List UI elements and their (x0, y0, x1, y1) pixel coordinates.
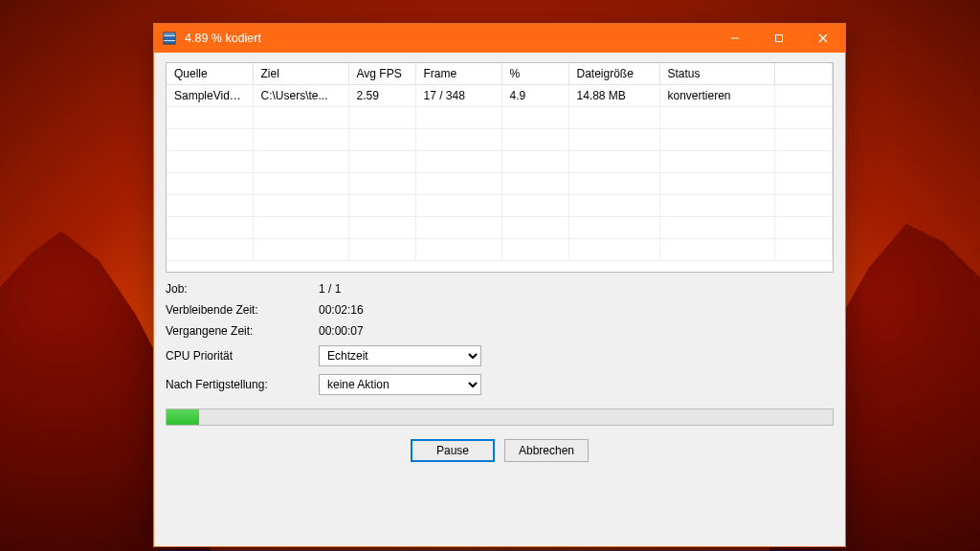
encode-progressbar (166, 408, 834, 426)
remaining-value: 00:02:16 (319, 303, 834, 317)
window-title: 4.89 % kodiert (185, 32, 261, 45)
after-complete-select[interactable]: keine Aktion (319, 374, 481, 395)
cancel-button[interactable]: Abbrechen (504, 439, 589, 462)
table-row: . (167, 129, 833, 151)
col-size[interactable]: Dateigröße (568, 63, 659, 85)
table-row: . (167, 173, 833, 195)
table-row: . (167, 217, 833, 239)
job-label: Job: (166, 282, 319, 296)
cpu-priority-select[interactable]: Echtzeit (319, 345, 481, 366)
table-row: . (167, 107, 833, 129)
job-value: 1 / 1 (319, 282, 834, 296)
maximize-button[interactable] (757, 24, 801, 53)
cell-source: SampleVideo... (167, 85, 253, 107)
col-target[interactable]: Ziel (253, 63, 348, 85)
cell-frame: 17 / 348 (415, 85, 501, 107)
svg-rect-3 (164, 40, 175, 41)
listview-header-row[interactable]: Quelle Ziel Avg FPS Frame % Dateigröße S… (167, 63, 833, 85)
cpu-priority-label: CPU Priorität (166, 349, 319, 363)
cell-size: 14.88 MB (568, 85, 659, 107)
elapsed-label: Vergangene Zeit: (166, 324, 319, 338)
table-row: . (167, 195, 833, 217)
close-button[interactable] (801, 24, 845, 53)
pause-button[interactable]: Pause (411, 439, 495, 462)
info-grid: Job: 1 / 1 Verbleibende Zeit: 00:02:16 V… (166, 282, 834, 395)
table-row[interactable]: SampleVideo... C:\Users\te... 2.59 17 / … (167, 85, 833, 107)
desktop-background: 4.89 % kodiert (0, 0, 980, 551)
titlebar[interactable]: 4.89 % kodiert (154, 24, 845, 53)
encoder-progress-window: 4.89 % kodiert (153, 23, 846, 547)
after-complete-label: Nach Fertigstellung: (166, 378, 319, 391)
cell-target: C:\Users\te... (253, 85, 348, 107)
dialog-buttons: Pause Abbrechen (166, 439, 834, 462)
elapsed-value: 00:00:07 (319, 324, 834, 338)
table-row: . (167, 151, 833, 173)
col-spacer (774, 63, 833, 85)
col-frame[interactable]: Frame (415, 63, 501, 85)
encode-progressbar-fill (167, 409, 199, 425)
client-area: Quelle Ziel Avg FPS Frame % Dateigröße S… (154, 53, 845, 546)
table-row: . (167, 239, 833, 261)
remaining-label: Verbleibende Zeit: (166, 303, 319, 317)
cell-avgfps: 2.59 (348, 85, 415, 107)
col-status[interactable]: Status (659, 63, 774, 85)
jobs-listview[interactable]: Quelle Ziel Avg FPS Frame % Dateigröße S… (166, 62, 834, 273)
col-avgfps[interactable]: Avg FPS (348, 63, 415, 85)
cell-status: konvertieren (659, 85, 774, 107)
svg-rect-5 (776, 35, 783, 42)
svg-rect-2 (164, 35, 175, 36)
app-icon (162, 31, 177, 46)
col-source[interactable]: Quelle (167, 63, 253, 85)
minimize-button[interactable] (713, 24, 757, 53)
cell-percent: 4.9 (501, 85, 568, 107)
window-buttons (713, 24, 845, 53)
svg-rect-1 (164, 33, 175, 35)
col-percent[interactable]: % (501, 63, 568, 85)
